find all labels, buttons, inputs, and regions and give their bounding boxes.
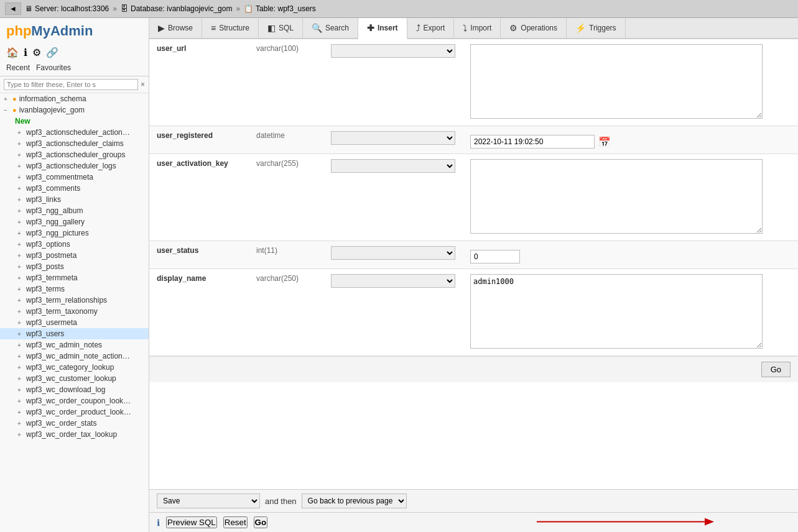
table-termmeta[interactable]: + wpf3_termmeta <box>0 272 149 283</box>
new-item[interactable]: New <box>0 116 149 127</box>
filter-input[interactable] <box>4 79 138 90</box>
expand-icon: + <box>17 331 24 337</box>
table-label: wpf3_wc_admin_notes <box>26 341 102 349</box>
expand-icon: − <box>4 107 10 114</box>
home-icon[interactable]: 🏠 <box>6 47 19 58</box>
table-users[interactable]: + wpf3_users <box>0 328 149 339</box>
field-type-user-status: int(11) <box>249 241 323 269</box>
table-wc-download-log[interactable]: + wpf3_wc_download_log <box>0 384 149 395</box>
table-actionscheduler-actions[interactable]: + wpf3_actionscheduler_action… <box>0 127 149 138</box>
expand-icon: + <box>17 219 24 226</box>
expand-icon: + <box>17 230 24 237</box>
function-select-display-name[interactable] <box>331 274 455 288</box>
table-wc-order-product[interactable]: + wpf3_wc_order_product_look… <box>0 406 149 418</box>
goto-action-select[interactable]: Go back to previous page Insert another … <box>302 493 407 508</box>
tab-insert[interactable]: ✚ Insert <box>358 18 407 39</box>
table-ngg-pictures[interactable]: + wpf3_ngg_pictures <box>0 227 149 239</box>
table-ngg-gallery[interactable]: + wpf3_ngg_gallery <box>0 216 149 227</box>
sep1: » <box>113 4 117 13</box>
value-textarea-activation-key[interactable] <box>470 159 763 234</box>
recent-tab[interactable]: Recent <box>6 63 30 73</box>
sidebar-tabs: Recent Favourites <box>0 61 149 76</box>
preview-sql-button[interactable]: Preview SQL <box>166 516 217 528</box>
table-term-relationships[interactable]: + wpf3_term_relationships <box>0 295 149 306</box>
function-select-user-status[interactable] <box>331 246 455 260</box>
tab-browse[interactable]: ▶ Browse <box>149 18 202 38</box>
table-wc-order-stats[interactable]: + wpf3_wc_order_stats <box>0 418 149 429</box>
table-options[interactable]: + wpf3_options <box>0 239 149 250</box>
expand-icon: + <box>17 241 24 248</box>
field-value-user-registered: 📅 <box>463 126 798 154</box>
table-wc-category-lookup[interactable]: + wpf3_wc_category_lookup <box>0 362 149 373</box>
expand-icon: + <box>17 264 24 270</box>
table-wc-admin-notes[interactable]: + wpf3_wc_admin_notes <box>0 339 149 351</box>
structure-icon: ≡ <box>211 23 216 33</box>
triggers-icon: ⚡ <box>575 23 586 33</box>
tab-import[interactable]: ⤵ Import <box>454 18 501 38</box>
field-name-user-registered: user_registered <box>149 126 249 154</box>
tab-structure[interactable]: ≡ Structure <box>202 18 259 38</box>
logo-my: My <box>31 23 50 39</box>
table-label: wpf3_actionscheduler_logs <box>26 162 116 170</box>
table-wc-admin-note-actions[interactable]: + wpf3_wc_admin_note_action… <box>0 351 149 362</box>
table-actionscheduler-logs[interactable]: + wpf3_actionscheduler_logs <box>0 160 149 172</box>
db-information-schema[interactable]: + ● information_schema <box>0 93 149 104</box>
go-button-top[interactable]: Go <box>761 362 791 377</box>
expand-icon: + <box>17 308 24 315</box>
expand-icon: + <box>17 319 24 326</box>
browse-icon: ▶ <box>158 23 165 33</box>
table-terms[interactable]: + wpf3_terms <box>0 283 149 295</box>
table-label: wpf3_ngg_gallery <box>26 218 85 226</box>
expand-icon: + <box>17 140 24 147</box>
expand-icon: + <box>17 163 24 170</box>
value-input-user-registered[interactable] <box>470 135 595 149</box>
tab-sql[interactable]: ◧ SQL <box>259 18 303 38</box>
db-ivanblagojevic[interactable]: − ● ivanblagojevic_gom <box>0 104 149 116</box>
back-button[interactable]: ◄ <box>5 2 21 15</box>
save-action-select[interactable]: Save Insert as new row Insert and remain… <box>157 493 260 508</box>
field-function-display-name <box>323 269 463 356</box>
value-textarea-display-name[interactable]: admin1000 <box>470 274 763 349</box>
clear-filter-button[interactable]: × <box>141 80 145 89</box>
info-icon[interactable]: ℹ <box>24 47 27 58</box>
tab-search-label: Search <box>325 24 349 32</box>
table-posts[interactable]: + wpf3_posts <box>0 261 149 272</box>
table-actionscheduler-claims[interactable]: + wpf3_actionscheduler_claims <box>0 138 149 149</box>
calendar-icon[interactable]: 📅 <box>598 136 611 148</box>
table-wc-order-coupon[interactable]: + wpf3_wc_order_coupon_look… <box>0 395 149 406</box>
info-circle-icon[interactable]: ℹ <box>157 518 160 528</box>
table-wc-customer-lookup[interactable]: + wpf3_wc_customer_lookup <box>0 373 149 384</box>
tab-search[interactable]: 🔍 Search <box>303 18 358 38</box>
table-actionscheduler-groups[interactable]: + wpf3_actionscheduler_groups <box>0 149 149 160</box>
value-textarea-user-url[interactable] <box>470 44 763 119</box>
field-function-user-url <box>323 39 463 126</box>
go-button-bottom[interactable]: Go <box>254 516 268 528</box>
function-select-user-url[interactable] <box>331 44 455 58</box>
table-commentmeta[interactable]: + wpf3_commentmeta <box>0 172 149 183</box>
table-wc-order-tax[interactable]: + wpf3_wc_order_tax_lookup <box>0 429 149 440</box>
settings-icon[interactable]: ⚙ <box>32 47 41 58</box>
field-function-activation-key <box>323 154 463 241</box>
tab-triggers[interactable]: ⚡ Triggers <box>567 18 626 38</box>
reset-button[interactable]: Reset <box>223 516 248 528</box>
expand-icon: + <box>17 196 24 203</box>
table-term-taxonomy[interactable]: + wpf3_term_taxonomy <box>0 306 149 317</box>
table-postmeta[interactable]: + wpf3_postmeta <box>0 250 149 261</box>
sep2: » <box>236 4 240 13</box>
import-icon: ⤵ <box>463 23 467 33</box>
function-select-user-registered[interactable] <box>331 131 455 145</box>
table-ngg-album[interactable]: + wpf3_ngg_album <box>0 205 149 216</box>
table-label: wpf3_actionscheduler_action… <box>26 128 130 137</box>
table-links[interactable]: + wpf3_links <box>0 194 149 205</box>
table-usermeta[interactable]: + wpf3_usermeta <box>0 317 149 328</box>
tab-operations[interactable]: ⚙ Operations <box>501 18 567 38</box>
logo: phpMyAdmin <box>0 18 149 44</box>
expand-icon: + <box>17 129 24 136</box>
table-row: user_activation_key varchar(255) <box>149 154 798 241</box>
value-input-user-status[interactable] <box>470 250 520 264</box>
tab-export[interactable]: ⤴ Export <box>407 18 455 38</box>
favourites-tab[interactable]: Favourites <box>36 63 71 73</box>
link-icon[interactable]: 🔗 <box>46 47 58 58</box>
function-select-activation-key[interactable] <box>331 159 455 173</box>
table-comments[interactable]: + wpf3_comments <box>0 183 149 194</box>
